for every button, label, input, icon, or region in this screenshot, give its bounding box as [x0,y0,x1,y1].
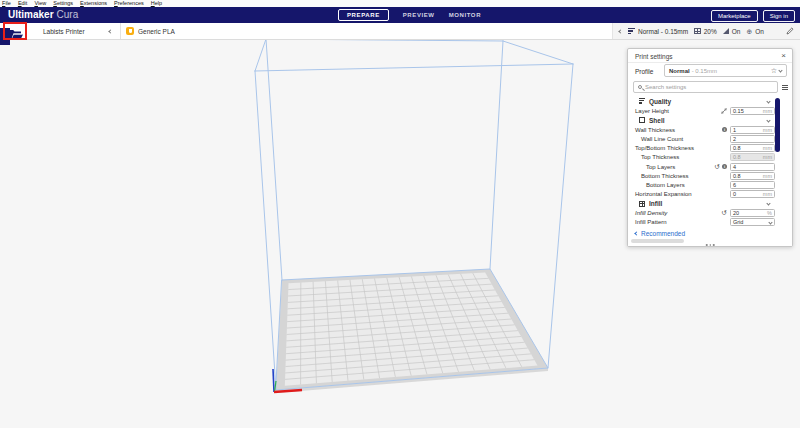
printer-selector[interactable]: Labists Printer [30,23,120,39]
reset-icon[interactable]: ↺ [722,210,727,216]
setting-row-top-layers: Top Layers ↺ i 4 [628,162,792,171]
settings-filter-icon[interactable] [782,85,788,90]
toolbar-divider [120,23,121,39]
panel-resize-handle[interactable] [706,244,715,246]
material-selector[interactable]: Generic PLA [126,23,175,39]
setting-input[interactable]: 0.15mm [730,107,775,115]
material-name: Generic PLA [138,28,175,35]
infill-category-icon [639,201,645,207]
setting-input[interactable]: 0mm [730,190,775,198]
infill-summary: 20% [694,28,717,35]
chevron-down-icon [766,118,770,122]
category-quality[interactable]: Quality [628,96,792,106]
shell-icon [639,117,645,123]
category-infill[interactable]: Infill [628,199,792,209]
adhesion-summary: ⊕ On [746,28,764,35]
support-summary: On [723,28,741,35]
setting-input[interactable]: 0.8mm [730,144,775,152]
adhesion-summary-text: On [755,28,764,35]
setting-input[interactable]: 4 [730,163,775,171]
profile-value: Normal [669,68,690,74]
search-input[interactable]: Search settings [633,81,778,93]
profile-label: Profile [635,68,653,75]
tutorial-highlight-box [3,22,27,40]
close-icon[interactable]: × [781,52,786,60]
infill-summary-text: 20% [704,28,717,35]
panel-title-row: Print settings × [628,49,792,63]
marketplace-button[interactable]: Marketplace [711,10,758,22]
search-icon [638,85,642,89]
infill-icon [694,28,701,35]
menu-file[interactable]: File [2,0,11,7]
setting-input[interactable]: 6 [730,181,775,189]
chevron-down-icon [766,99,770,103]
tab-preview[interactable]: PREVIEW [403,12,435,18]
chevron-down-icon [768,220,772,224]
collapse-summary-icon[interactable] [618,29,622,33]
setting-row-infill-density: Infill Density ↺ 20% [628,209,792,218]
reset-icon[interactable]: ↺ [715,164,720,170]
app-header: UltimakerCura PREPARE PREVIEW MONITOR Ma… [0,7,800,23]
setting-row-top-bottom-thickness: Top/Bottom Thickness 0.8mm [628,144,792,153]
profile-summary: Normal - 0.15mm [628,28,688,35]
collapse-printer-icon[interactable] [108,29,112,33]
stage-tabs: PREPARE PREVIEW MONITOR [338,7,481,23]
setting-input[interactable]: 1mm [730,126,775,134]
build-plate [276,269,548,394]
settings-scrollbar[interactable] [775,98,780,152]
print-settings-summary-bar[interactable]: Normal - 0.15mm 20% On ⊕ On [612,23,800,39]
star-icon[interactable]: ☆ [771,67,777,74]
setting-row-wall-thickness: Wall Thickness i 1mm [628,125,792,134]
menu-view[interactable]: View [34,0,46,7]
setting-row-bottom-layers: Bottom Layers 6 [628,180,792,189]
setting-row-top-thickness: Top Thickness 0.8mm [628,153,792,162]
footer-bar [631,239,684,243]
menu-edit[interactable]: Edit [18,0,27,7]
edit-settings-icon[interactable] [786,27,794,35]
app-logo: UltimakerCura [8,9,78,20]
settings-list: Quality Layer Height 0.15mm Shell Wall T… [628,96,792,232]
chevron-down-icon [766,202,770,206]
material-badge-icon [126,27,134,35]
tab-prepare[interactable]: PREPARE [338,9,389,21]
info-icon: i [722,164,727,169]
panel-title: Print settings [635,53,673,60]
search-placeholder: Search settings [645,84,686,90]
menu-bar: File Edit View Settings Extensions Prefe… [0,0,800,7]
tab-monitor[interactable]: MONITOR [449,12,481,18]
setting-input[interactable]: 2 [730,135,775,143]
print-settings-panel: Print settings × Profile Normal - 0.15mm… [627,48,793,247]
profile-layers-icon [628,28,635,34]
support-summary-text: On [732,28,741,35]
infill-pattern-dropdown[interactable]: Grid [730,218,775,226]
menu-settings[interactable]: Settings [53,0,73,7]
link-icon [721,108,727,114]
recommended-button[interactable]: Recommended [635,230,685,237]
info-icon: i [722,127,727,132]
support-icon [723,28,729,34]
menu-extensions[interactable]: Extensions [80,0,107,7]
setting-row-bottom-thickness: Bottom Thickness 0.8mm [628,171,792,180]
setting-input[interactable]: 0.8mm [730,153,775,161]
profile-summary-text: Normal - 0.15mm [638,28,688,35]
setting-row-wall-line-count: Wall Line Count 2 [628,134,792,143]
adhesion-icon: ⊕ [746,28,752,35]
panel-footer: Recommended [628,229,792,246]
menu-help[interactable]: Help [151,0,162,7]
quality-icon [639,98,645,104]
setting-row-horizontal-expansion: Horizontal Expansion 0mm [628,190,792,199]
setting-row-infill-pattern: Infill Pattern Grid [628,218,792,227]
setting-row-layer-height: Layer Height 0.15mm [628,106,792,115]
printer-name: Labists Printer [43,28,85,35]
toolbar: Labists Printer Generic PLA Normal - 0.1… [0,23,800,40]
category-shell[interactable]: Shell [628,115,792,125]
profile-detail: - 0.15mm [692,68,717,74]
setting-input[interactable]: 0.8mm [730,172,775,180]
chevron-left-icon [634,231,638,235]
menu-preferences[interactable]: Preferences [114,0,144,7]
chevron-down-icon [778,68,782,72]
signin-button[interactable]: Sign in [763,10,795,22]
setting-input[interactable]: 20% [730,209,775,217]
profile-dropdown[interactable]: Normal - 0.15mm ☆ [664,64,787,77]
